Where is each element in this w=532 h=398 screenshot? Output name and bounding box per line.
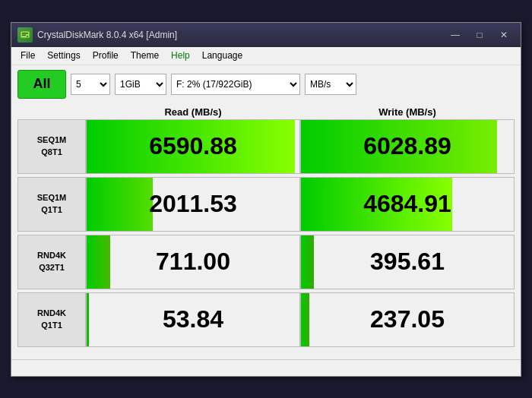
row-label-seq1m-q8t1: SEQ1M Q8T1 [17,119,86,174]
menu-bar: File Settings Profile Theme Help Languag… [11,47,521,65]
svg-rect-1 [22,33,28,34]
status-bar [11,359,521,376]
seq1m-q1t1-write: 4684.91 [300,177,515,232]
seq1m-q8t1-read: 6590.88 [86,119,300,174]
unit-select[interactable]: MB/s GB/s IOPS μs [305,74,356,95]
rnd4k-q32t1-read: 711.00 [86,235,300,289]
count-select[interactable]: 5 1 3 10 [71,74,110,95]
row-label-rnd4k-q32t1: RND4K Q32T1 [17,235,86,289]
results-area: Read (MB/s) Write (MB/s) SEQ1M Q8T1 6590… [11,103,521,356]
menu-theme[interactable]: Theme [125,49,165,62]
menu-settings[interactable]: Settings [41,49,86,62]
results-header: Read (MB/s) Write (MB/s) [17,106,515,118]
rnd4k-q1t1-write: 237.05 [300,292,515,347]
title-bar: CrystalDiskMark 8.0.4 x64 [Admin] — □ ✕ [11,23,521,47]
table-row: SEQ1M Q1T1 2011.53 4684.91 [17,177,515,232]
main-window: CrystalDiskMark 8.0.4 x64 [Admin] — □ ✕ … [11,22,521,377]
maximize-button[interactable]: □ [469,27,490,43]
seq1m-q8t1-write: 6028.89 [300,119,515,174]
row-label-rnd4k-q1t1: RND4K Q1T1 [17,292,86,347]
menu-help[interactable]: Help [165,49,196,62]
toolbar: All 5 1 3 10 1GiB 512MiB 2GiB 4GiB F: 2%… [11,65,521,103]
table-row: RND4K Q32T1 711.00 395.61 [17,235,515,289]
rnd4k-q1t1-read: 53.84 [86,292,300,347]
menu-language[interactable]: Language [196,49,249,62]
svg-point-3 [27,36,28,37]
write-header: Write (MB/s) [300,106,515,118]
row-label-seq1m-q1t1: SEQ1M Q1T1 [17,177,86,232]
app-icon [17,27,33,43]
svg-rect-2 [22,34,26,36]
close-button[interactable]: ✕ [493,27,515,43]
rnd4k-q32t1-write: 395.61 [300,235,515,289]
window-controls: — □ ✕ [445,27,515,43]
seq1m-q1t1-read: 2011.53 [86,177,300,232]
table-row: RND4K Q1T1 53.84 237.05 [17,292,515,347]
window-title: CrystalDiskMark 8.0.4 x64 [Admin] [37,30,445,40]
table-row: SEQ1M Q8T1 6590.88 6028.89 [17,119,515,174]
all-button[interactable]: All [17,70,66,99]
menu-file[interactable]: File [14,49,41,62]
menu-profile[interactable]: Profile [87,49,125,62]
size-select[interactable]: 1GiB 512MiB 2GiB 4GiB [115,74,166,95]
minimize-button[interactable]: — [445,27,466,43]
drive-select[interactable]: F: 2% (17/922GiB) [171,74,300,95]
read-header: Read (MB/s) [86,106,300,118]
